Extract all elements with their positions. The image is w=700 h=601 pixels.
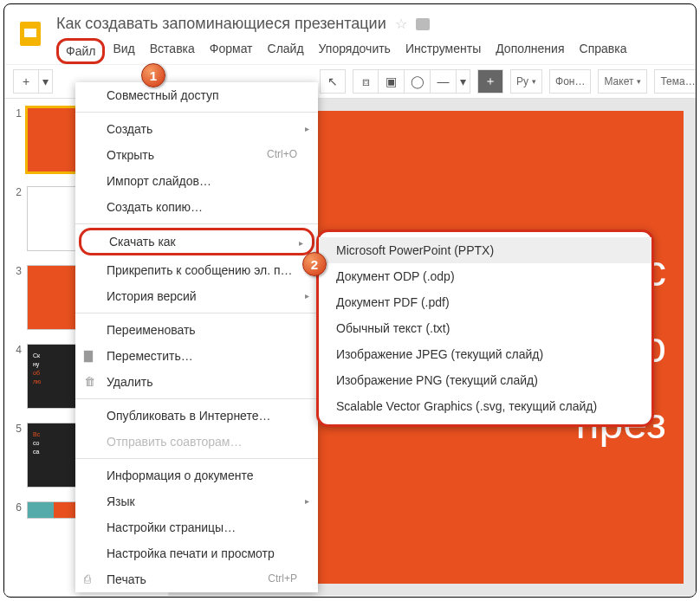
slides-logo[interactable] [15,18,46,49]
menu-insert[interactable]: Вставка [143,38,202,64]
print-icon: ⎙ [84,572,91,585]
download-png[interactable]: Изображение PNG (текущий слайд) [319,367,651,393]
menu-info[interactable]: Информация о документе [75,462,318,488]
download-submenu: Microsoft PowerPoint (PPTX) Документ ODP… [316,229,654,427]
menu-share[interactable]: Совместный доступ [75,82,318,108]
menu-history[interactable]: История версий [75,283,318,309]
line-dropdown[interactable]: ▾ [457,69,470,94]
menu-publish[interactable]: Опубликовать в Интернете… [75,403,318,429]
menu-format[interactable]: Формат [203,38,260,64]
menu-slide[interactable]: Слайд [261,38,311,64]
menubar: Файл Вид Вставка Формат Слайд Упорядочит… [56,38,685,64]
menu-print[interactable]: ⎙ПечатьCtrl+P [75,566,318,592]
menu-arrange[interactable]: Упорядочить [312,38,398,64]
callout-badge-2: 2 [302,252,327,276]
menu-copy[interactable]: Создать копию… [75,194,318,220]
menu-page-setup[interactable]: Настройки страницы… [75,514,318,540]
menu-send: Отправить соавторам… [75,429,318,455]
download-svg[interactable]: Scalable Vector Graphics (.svg, текущий … [319,393,651,419]
download-pdf[interactable]: Документ PDF (.pdf) [319,289,651,315]
download-odp[interactable]: Документ ODP (.odp) [319,263,651,289]
doc-title[interactable]: Как создавать запоминающиеся презентации [56,15,386,33]
menu-delete[interactable]: 🗑Удалить [75,369,318,395]
callout-badge-1: 1 [141,63,165,87]
menu-lang[interactable]: Язык [75,488,318,514]
trash-icon: 🗑 [84,375,95,388]
menu-download-as[interactable]: Скачать как [79,228,314,255]
download-pptx[interactable]: Microsoft PowerPoint (PPTX) [319,237,651,263]
new-slide-button[interactable]: + [13,69,39,94]
folder-icon[interactable] [416,18,430,30]
menu-help[interactable]: Справка [573,38,634,64]
image-icon[interactable]: ▣ [379,69,405,94]
menu-open[interactable]: ОткрытьCtrl+O [75,142,318,168]
folder-icon: ▇ [84,349,93,362]
svg-rect-1 [24,29,36,37]
textbox-icon[interactable]: ⧈ [353,69,379,94]
download-jpeg[interactable]: Изображение JPEG (текущий слайд) [319,341,651,367]
menu-import[interactable]: Импорт слайдов… [75,168,318,194]
menu-move[interactable]: ▇Переместить… [75,343,318,369]
menu-file[interactable]: Файл [56,38,105,64]
file-menu-dropdown: Совместный доступ Создать ОткрытьCtrl+O … [75,82,318,592]
star-icon[interactable]: ☆ [395,16,407,32]
comment-icon[interactable]: ＋ [477,69,503,94]
layout-button[interactable]: Макет▾ [598,69,647,94]
menu-print-setup[interactable]: Настройка печати и просмотр [75,540,318,566]
menu-addons[interactable]: Дополнения [489,38,571,64]
new-slide-dropdown[interactable]: ▾ [39,69,53,94]
background-button[interactable]: Фон… [549,69,591,94]
theme-button[interactable]: Тема… [654,69,697,94]
menu-attach[interactable]: Прикрепить к сообщению эл. почты… [75,257,318,283]
menu-tools[interactable]: Инструменты [399,38,488,64]
arrow-tool-icon[interactable]: ↖ [320,69,346,94]
menu-view[interactable]: Вид [106,38,141,64]
menu-rename[interactable]: Переименовать [75,317,318,343]
download-txt[interactable]: Обычный текст (.txt) [319,315,651,341]
line-icon[interactable]: ― [431,69,457,94]
lang-button[interactable]: Ру▾ [510,69,542,94]
shape-icon[interactable]: ◯ [405,69,431,94]
menu-create[interactable]: Создать [75,116,318,142]
